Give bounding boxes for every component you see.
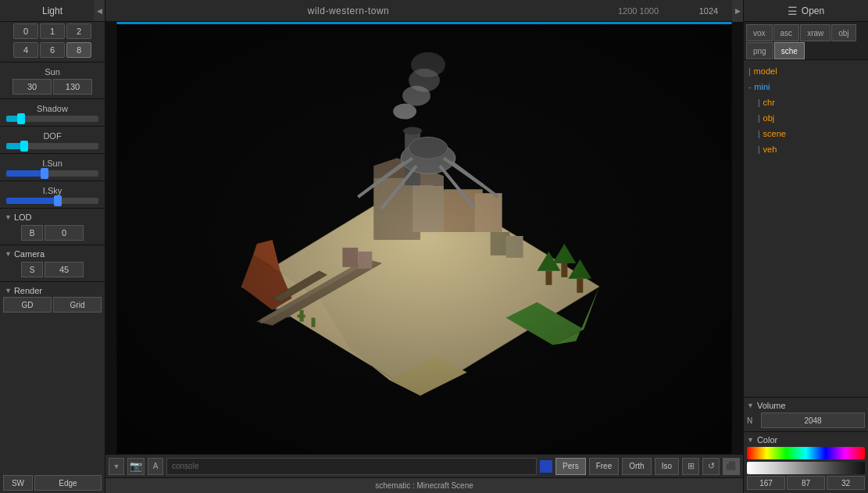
tree-item-scene[interactable]: | scene — [747, 126, 865, 141]
left-panel-collapse[interactable]: ◀ — [94, 0, 105, 21]
tree-item-mini[interactable]: - mini — [747, 79, 865, 95]
tree-pipe-model: | — [748, 67, 751, 76]
sun-input-1[interactable] — [13, 79, 52, 95]
tree-name-chr: chr — [763, 98, 775, 107]
color-whites-bar[interactable] — [747, 462, 865, 474]
render-grid-btn[interactable]: Grid — [53, 297, 102, 313]
tree-name-scene: scene — [763, 129, 786, 138]
view-pers-btn[interactable]: Pers — [555, 458, 586, 475]
view-free-btn[interactable]: Free — [589, 458, 620, 475]
color-g-value[interactable]: 87 — [787, 476, 825, 490]
dimensions-display: 1200 1000 — [591, 6, 685, 16]
volume-arrow: ▼ — [747, 402, 754, 409]
menu-icon: ☰ — [788, 5, 798, 17]
tree-item-model[interactable]: | model — [747, 63, 865, 79]
divider-2 — [0, 98, 105, 99]
tab-xraw[interactable]: xraw — [800, 24, 830, 41]
lod-b-btn[interactable]: B — [21, 225, 43, 241]
num-btn-8[interactable]: 8 — [66, 42, 91, 58]
render-arrow: ▼ — [5, 287, 12, 295]
console-text: console — [172, 462, 198, 470]
tree-item-chr[interactable]: | chr — [747, 95, 865, 110]
camera-arrow: ▼ — [5, 250, 12, 258]
tab-vox[interactable]: vox — [746, 24, 773, 41]
num-btn-2[interactable]: 2 — [66, 23, 91, 39]
color-indicator[interactable] — [540, 460, 552, 473]
panel-title-light: Light — [42, 5, 63, 16]
bottom-bar: ▼ 📷 Pers A console Pers Free Orth Iso ⊞ — [105, 454, 743, 477]
tree-pipe-veh: | — [758, 145, 760, 154]
viewport-inner[interactable] — [105, 22, 743, 454]
right-panel-expand[interactable]: ▶ — [732, 0, 743, 22]
num-btn-6[interactable]: 6 — [40, 42, 65, 58]
num-btn-1[interactable]: 1 — [40, 23, 65, 39]
volume-row: N 2048 — [747, 413, 865, 428]
grid-toggle-btn[interactable]: ⊞ — [682, 458, 699, 475]
viewport-arrow-down[interactable]: ▼ — [109, 458, 124, 475]
tab-asc[interactable]: asc — [773, 24, 800, 41]
lod-header[interactable]: ▼ LOD — [0, 211, 105, 223]
view-orth-btn[interactable]: Orth — [622, 458, 651, 475]
shadow-slider[interactable] — [0, 114, 105, 123]
main-area: 0 1 2 4 6 8 Sun Shadow DOF — [0, 22, 868, 493]
color-b-value[interactable]: 32 — [827, 476, 865, 490]
status-bar: schematic : Minecraft Scene — [105, 477, 743, 493]
tab-sche[interactable]: sche — [774, 42, 805, 59]
sw-button[interactable]: SW — [3, 475, 33, 491]
color-r-value[interactable]: 167 — [747, 476, 785, 490]
scene-render — [105, 22, 743, 454]
isun-slider[interactable] — [0, 169, 105, 178]
volume-value[interactable]: 2048 — [761, 413, 865, 428]
dof-slider[interactable] — [0, 141, 105, 151]
camera-icon[interactable]: 📷 — [127, 458, 145, 475]
num-btn-4[interactable]: 4 — [13, 42, 38, 58]
render-header[interactable]: ▼ Render — [0, 284, 105, 297]
divider-7 — [0, 245, 105, 245]
tree-item-obj[interactable]: | obj — [747, 110, 865, 126]
isun-label: I.Sun — [0, 156, 105, 169]
lod-arrow: ▼ — [5, 213, 12, 221]
num-row-2: 4 6 8 — [0, 41, 105, 59]
view-iso-btn[interactable]: Iso — [655, 458, 679, 475]
right-panel: vox asc xraw obj png sche | model - mini… — [743, 22, 868, 493]
divider-8 — [0, 281, 105, 282]
divider-5 — [0, 180, 105, 181]
reset-view-btn[interactable]: ↺ — [702, 458, 720, 475]
render-row: GD Grid — [0, 297, 105, 313]
tree-item-veh[interactable]: | veh — [747, 141, 865, 157]
top-left-panel: Light ◀ — [0, 0, 105, 21]
color-gradient-bar[interactable] — [747, 447, 865, 459]
edge-button[interactable]: Edge — [34, 475, 102, 491]
isky-slider[interactable] — [0, 196, 105, 205]
divider-3 — [0, 126, 105, 127]
file-tree: | model - mini | chr | obj | scene | veh — [744, 60, 868, 232]
lod-label: LOD — [14, 213, 32, 222]
camera-header[interactable]: ▼ Camera — [0, 248, 105, 260]
num-btn-0[interactable]: 0 — [13, 23, 38, 39]
volume-header[interactable]: ▼ Volume — [747, 401, 865, 410]
tab-obj[interactable]: obj — [831, 24, 855, 41]
camera-label: Camera — [14, 249, 45, 259]
fullscreen-btn[interactable]: ⬛ — [723, 458, 740, 475]
annotation-toggle[interactable]: Pers A — [148, 458, 163, 475]
tree-name-model: model — [754, 66, 777, 76]
volume-title: Volume — [757, 401, 786, 410]
shadow-label: Shadow — [0, 102, 105, 114]
camera-s-btn[interactable]: S — [21, 262, 43, 277]
color-section: ▼ Color 167 87 32 — [744, 431, 868, 493]
lod-value[interactable] — [45, 225, 84, 241]
color-header[interactable]: ▼ Color — [747, 435, 865, 445]
open-button[interactable]: Open — [802, 5, 824, 16]
camera-value[interactable] — [45, 262, 84, 277]
sun-input-2[interactable] — [53, 79, 92, 95]
render-gd-btn[interactable]: GD — [3, 297, 52, 313]
top-right-panel: ☰ Open — [743, 0, 868, 21]
console-input[interactable]: console — [166, 458, 537, 475]
tab-png[interactable]: png — [746, 42, 773, 59]
tree-name-obj: obj — [763, 113, 775, 123]
divider-4 — [0, 153, 105, 154]
sun-inputs — [0, 77, 105, 96]
svg-rect-42 — [116, 22, 731, 454]
left-panel: 0 1 2 4 6 8 Sun Shadow DOF — [0, 22, 105, 493]
color-arrow: ▼ — [747, 436, 754, 444]
